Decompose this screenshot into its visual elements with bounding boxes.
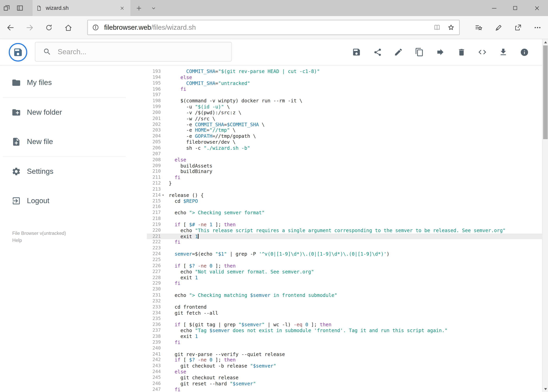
fold-arrow-icon[interactable]: ▾ bbox=[161, 192, 165, 198]
code-line[interactable]: 210 buildBinary bbox=[147, 169, 542, 175]
back-button[interactable] bbox=[4, 21, 17, 35]
code-line[interactable]: 229 fi bbox=[147, 280, 542, 286]
code-line[interactable]: 198 $(command -v winpty) docker run --rm… bbox=[147, 98, 542, 104]
code-line[interactable]: 212} bbox=[147, 181, 542, 186]
scrollbar-thumb[interactable] bbox=[543, 45, 548, 139]
info-button[interactable] bbox=[517, 45, 531, 59]
code-line[interactable]: 223 bbox=[147, 245, 542, 251]
code-line[interactable]: 237 echo "Tag $semver does not exist in … bbox=[147, 328, 542, 334]
code-line[interactable]: 205 filebrowser/dev \ bbox=[147, 139, 542, 145]
raw-code-button[interactable] bbox=[475, 45, 489, 59]
code-line[interactable]: 225 bbox=[147, 257, 542, 263]
move-button[interactable] bbox=[433, 45, 447, 59]
home-button[interactable] bbox=[61, 21, 75, 35]
set-tabs-aside-icon[interactable] bbox=[0, 0, 13, 16]
code-line[interactable]: 232 bbox=[147, 298, 542, 304]
scroll-down-arrow-icon[interactable] bbox=[542, 386, 548, 392]
favorite-star-icon[interactable] bbox=[444, 21, 458, 35]
tab-preview-icon[interactable] bbox=[13, 0, 27, 16]
code-line[interactable]: 231 echo "> Checking matching $semver in… bbox=[147, 292, 542, 298]
code-line[interactable]: 209 buildAssets bbox=[147, 163, 542, 169]
code-line[interactable]: 215 cd $REPO bbox=[147, 198, 542, 204]
code-line[interactable]: 207 bbox=[147, 151, 542, 157]
code-line[interactable]: 230 bbox=[147, 286, 542, 292]
code-line[interactable]: 206 sh -c "./wizard.sh -b" bbox=[147, 145, 542, 151]
code-line[interactable]: 226 if [ $? -ne 0 ]; then bbox=[147, 263, 542, 269]
code-line[interactable]: 235 bbox=[147, 316, 542, 322]
code-line[interactable]: 195 COMMIT_SHA="untracked" bbox=[147, 80, 542, 86]
site-info-icon[interactable] bbox=[92, 24, 99, 31]
hub-favorites-icon[interactable] bbox=[472, 21, 486, 35]
code-line[interactable]: 239 fi bbox=[147, 339, 542, 345]
sidebar-item-new-file[interactable]: New file bbox=[0, 127, 147, 156]
tab-list-chevron-down-icon[interactable] bbox=[147, 0, 160, 16]
code-line[interactable]: 197 bbox=[147, 92, 542, 98]
sidebar-item-logout[interactable]: Logout bbox=[0, 186, 147, 215]
forward-button[interactable] bbox=[23, 21, 37, 35]
code-line[interactable]: 243 git checkout -b release "$semver" bbox=[147, 363, 542, 369]
code-line[interactable]: 240 bbox=[147, 345, 542, 351]
code-line[interactable]: 246 git reset --hard "$semver" bbox=[147, 381, 542, 386]
address-bar[interactable]: filebrowser.web/files/wizard.sh bbox=[87, 20, 460, 35]
code-line[interactable]: 216 bbox=[147, 204, 542, 210]
code-line[interactable]: 247 fi bbox=[147, 386, 542, 392]
search-box[interactable] bbox=[35, 42, 232, 62]
code-line[interactable]: 200 -v /$(pwd):/src:z \ bbox=[147, 110, 542, 116]
sidebar-item-my-files[interactable]: My files bbox=[0, 68, 147, 97]
browser-tab[interactable]: wizard.sh bbox=[33, 0, 130, 16]
copy-button[interactable] bbox=[412, 45, 426, 59]
code-line[interactable]: 224 semver=$(echo "$1" | grep -P '^v(0|[… bbox=[147, 251, 542, 257]
browser-scrollbar[interactable] bbox=[542, 39, 548, 392]
code-line[interactable]: 208 else bbox=[147, 157, 542, 163]
code-line[interactable]: 196 fi bbox=[147, 86, 542, 92]
code-line[interactable]: 228 exit 1 bbox=[147, 275, 542, 280]
code-line[interactable]: 245 git checkout release bbox=[147, 375, 542, 381]
rename-button[interactable] bbox=[391, 45, 405, 59]
code-line[interactable]: 222 fi bbox=[147, 239, 542, 245]
refresh-button[interactable] bbox=[42, 21, 56, 35]
filebrowser-logo[interactable] bbox=[9, 43, 28, 62]
code-line[interactable]: 202 -e COMMIT_SHA=$COMMIT_SHA \ bbox=[147, 121, 542, 127]
code-line[interactable]: 214▾release () { bbox=[147, 192, 542, 198]
code-line[interactable]: 244 else bbox=[147, 369, 542, 375]
code-line[interactable]: 203 -e HOME="//tmp" \ bbox=[147, 127, 542, 133]
code-line[interactable]: 227 echo "Not valid semver format. See s… bbox=[147, 269, 542, 275]
new-tab-button[interactable] bbox=[132, 0, 145, 16]
share-icon[interactable] bbox=[511, 21, 525, 35]
code-line[interactable]: 233 cd frontend bbox=[147, 304, 542, 310]
code-line[interactable]: 242 if [ $? -ne 0 ]; then bbox=[147, 357, 542, 363]
maximize-button[interactable] bbox=[505, 0, 526, 16]
save-button[interactable] bbox=[349, 45, 363, 59]
code-line[interactable]: 234 git fetch --all bbox=[147, 310, 542, 316]
code-editor[interactable]: 193 COMMIT_SHA="$(git rev-parse HEAD | c… bbox=[147, 65, 542, 392]
active-code-line[interactable]: 221 exit 1 bbox=[147, 233, 542, 239]
reading-view-book-icon[interactable] bbox=[430, 21, 444, 35]
code-line[interactable]: 241 git rev-parse --verify --quiet relea… bbox=[147, 351, 542, 357]
code-line[interactable]: 218 bbox=[147, 216, 542, 222]
code-line[interactable]: 219 if [ $# -ne 1 ]; then bbox=[147, 222, 542, 227]
code-line[interactable]: 201 -w //src \ bbox=[147, 116, 542, 121]
code-line[interactable]: 199 -u "$(id -u)" \ bbox=[147, 104, 542, 110]
code-line[interactable]: 236 if [ $(git tag | grep "$semver" | wc… bbox=[147, 322, 542, 328]
close-window-button[interactable] bbox=[526, 0, 548, 16]
code-line[interactable]: 193 COMMIT_SHA="$(git rev-parse HEAD | c… bbox=[147, 69, 542, 74]
code-line[interactable]: 211 fi bbox=[147, 175, 542, 181]
minimize-button[interactable] bbox=[484, 0, 505, 16]
code-line[interactable]: 220 echo "This release script requires a… bbox=[147, 228, 542, 233]
web-note-pen-icon[interactable] bbox=[492, 21, 505, 35]
scroll-up-arrow-icon[interactable] bbox=[542, 39, 548, 45]
tab-close-icon[interactable] bbox=[117, 3, 127, 13]
delete-button[interactable] bbox=[454, 45, 468, 59]
help-link[interactable]: Help bbox=[12, 237, 66, 244]
code-line[interactable]: 204 -e GOPATH=//tmp/gopath \ bbox=[147, 133, 542, 139]
share-button[interactable] bbox=[371, 45, 384, 59]
download-button[interactable] bbox=[496, 45, 510, 59]
search-input[interactable] bbox=[57, 47, 231, 56]
sidebar-item-settings[interactable]: Settings bbox=[0, 157, 147, 186]
code-line[interactable]: 217 echo "> Checking semver format" bbox=[147, 210, 542, 216]
sidebar-item-new-folder[interactable]: New folder bbox=[0, 98, 147, 127]
code-line[interactable]: 213 bbox=[147, 186, 542, 192]
more-options-icon[interactable] bbox=[531, 21, 544, 35]
code-line[interactable]: 238 exit 1 bbox=[147, 334, 542, 339]
code-line[interactable]: 194 else bbox=[147, 74, 542, 80]
